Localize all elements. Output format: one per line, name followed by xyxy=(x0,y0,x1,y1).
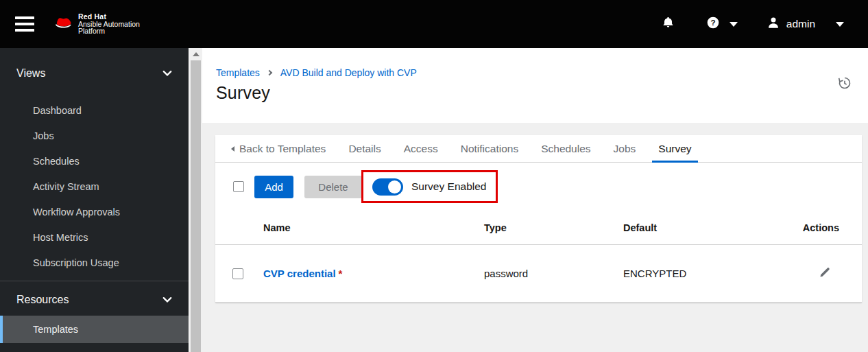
history-button[interactable] xyxy=(838,76,852,90)
survey-enabled-toggle[interactable] xyxy=(372,178,403,196)
select-all-checkbox[interactable] xyxy=(233,181,244,192)
user-menu-label[interactable]: admin xyxy=(786,18,815,30)
column-header-name: Name xyxy=(263,222,484,233)
tab-access[interactable]: Access xyxy=(404,135,438,162)
row-type: password xyxy=(484,268,623,279)
brand-line3: Platform xyxy=(78,27,140,35)
user-dropdown-toggle[interactable] xyxy=(836,22,844,27)
masthead: Red Hat Ansible Automation Platform ? xyxy=(0,0,868,48)
toggle-knob xyxy=(388,180,401,193)
table-header-row: Name Type Default Actions xyxy=(215,211,862,245)
chevron-down-icon xyxy=(162,294,172,306)
caret-down-icon xyxy=(836,22,844,27)
main-content: Templates AVD Build and Deploy with CVP … xyxy=(202,48,868,352)
sidebar-item-dashboard[interactable]: Dashboard xyxy=(0,97,189,123)
page-title: Survey xyxy=(216,83,868,103)
sidebar-nav: Views Dashboard Jobs Schedules Activity … xyxy=(0,48,189,352)
bell-icon xyxy=(662,16,675,32)
annotation-highlight-box: Survey Enabled xyxy=(361,170,498,203)
caret-down-icon xyxy=(730,22,738,27)
sidebar-divider xyxy=(0,281,189,281)
survey-enabled-label: Survey Enabled xyxy=(411,180,486,193)
sidebar-item-subscription-usage[interactable]: Subscription Usage xyxy=(0,250,189,275)
add-button[interactable]: Add xyxy=(254,176,293,198)
sidebar-section-views[interactable]: Views xyxy=(0,63,189,84)
table-row: CVP credential* password ENCRYPTED xyxy=(215,245,862,303)
question-circle-icon: ? xyxy=(706,16,720,32)
sidebar-item-jobs[interactable]: Jobs xyxy=(0,123,189,148)
edit-pencil-icon xyxy=(819,266,831,279)
breadcrumb: Templates AVD Build and Deploy with CVP xyxy=(216,67,868,78)
page-body: Back to Templates Details Access Notific… xyxy=(202,123,868,352)
notifications-button[interactable] xyxy=(662,16,675,32)
scrollbar-thumb[interactable] xyxy=(191,60,201,352)
vertical-scrollbar[interactable] xyxy=(189,48,202,352)
column-header-actions: Actions xyxy=(743,222,862,233)
redhat-fedora-icon xyxy=(52,15,73,34)
history-icon xyxy=(838,80,852,92)
sidebar-section-label: Views xyxy=(16,67,45,80)
row-checkbox[interactable] xyxy=(232,268,243,279)
breadcrumb-templates-link[interactable]: Templates xyxy=(216,67,260,78)
survey-toolbar: Add Delete Survey Enabled xyxy=(215,163,862,211)
survey-question-link[interactable]: CVP credential xyxy=(263,268,336,279)
user-avatar xyxy=(767,16,780,32)
breadcrumb-template-name-link[interactable]: AVD Build and Deploy with CVP xyxy=(280,67,417,78)
brand-text: Red Hat Ansible Automation Platform xyxy=(78,13,140,35)
column-header-type: Type xyxy=(484,222,623,233)
column-header-default: Default xyxy=(623,222,743,233)
sidebar-item-schedules[interactable]: Schedules xyxy=(0,148,189,174)
tab-jobs[interactable]: Jobs xyxy=(614,135,636,162)
survey-card: Back to Templates Details Access Notific… xyxy=(215,135,862,303)
scrollbar-up-arrow-icon[interactable] xyxy=(189,48,202,60)
help-dropdown-toggle[interactable] xyxy=(730,22,738,27)
sidebar-item-templates[interactable]: Templates xyxy=(0,316,189,343)
svg-text:?: ? xyxy=(710,18,715,27)
sidebar-section-label: Resources xyxy=(16,294,69,306)
user-icon xyxy=(767,16,780,32)
tab-back-to-templates[interactable]: Back to Templates xyxy=(231,135,326,162)
tab-label: Back to Templates xyxy=(239,143,326,155)
row-default: ENCRYPTED xyxy=(623,268,743,279)
sidebar-item-activity-stream[interactable]: Activity Stream xyxy=(0,174,189,199)
tab-schedules[interactable]: Schedules xyxy=(541,135,590,162)
sidebar-section-resources[interactable]: Resources xyxy=(0,290,189,310)
tab-notifications[interactable]: Notifications xyxy=(461,135,518,162)
nav-toggle-hamburger-icon[interactable] xyxy=(15,16,34,32)
brand-logo: Red Hat Ansible Automation Platform xyxy=(52,13,140,35)
caret-left-icon xyxy=(231,146,234,152)
chevron-down-icon xyxy=(162,67,172,80)
delete-button[interactable]: Delete xyxy=(304,176,362,198)
page-header: Templates AVD Build and Deploy with CVP … xyxy=(202,48,868,123)
help-button[interactable]: ? xyxy=(706,16,720,32)
sidebar-item-host-metrics[interactable]: Host Metrics xyxy=(0,224,189,250)
edit-button[interactable] xyxy=(819,266,831,279)
tab-details[interactable]: Details xyxy=(348,135,381,162)
tab-bar: Back to Templates Details Access Notific… xyxy=(215,135,862,163)
sidebar-item-workflow-approvals[interactable]: Workflow Approvals xyxy=(0,199,189,224)
tab-survey[interactable]: Survey xyxy=(658,135,691,162)
required-asterisk: * xyxy=(339,268,343,279)
breadcrumb-separator-icon xyxy=(267,70,272,75)
